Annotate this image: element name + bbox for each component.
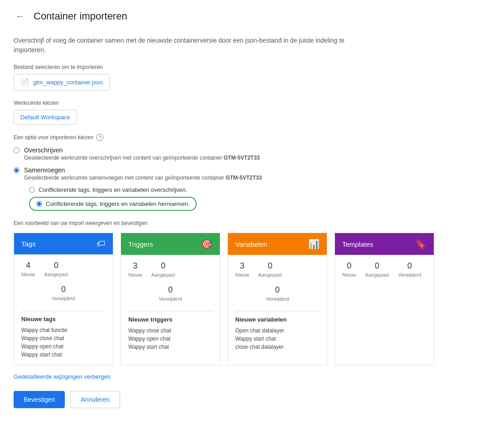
overschrijven-desc: Geselecteerde werkruimte overschrijven m… — [24, 155, 260, 161]
page-description: Overschrijf of voeg de container samen m… — [14, 36, 358, 55]
card-header-tags: Tags 🏷 — [14, 233, 113, 254]
workspace-select-button[interactable]: Default Workspace — [14, 110, 77, 125]
templates-stats-row: 0 Nieuw 0 Aangepast 0 Verwijderd — [342, 261, 426, 278]
card-body-triggers: 3 Nieuw 0 Aangepast 0 Verwijderd Nieuwe … — [121, 255, 220, 357]
templates-stat-new: 0 Nieuw — [342, 261, 356, 278]
back-button[interactable]: ← — [14, 9, 26, 23]
page-header: ← Container importeren — [14, 9, 490, 23]
card-body-templates: 0 Nieuw 0 Aangepast 0 Verwijderd — [335, 255, 434, 287]
radio-conflict-hernoemen[interactable] — [36, 201, 42, 207]
highlighted-option: Conflicterende tags, triggers en variabe… — [29, 197, 197, 211]
preview-label: Een voorbeeld van uw import weergeven en… — [14, 220, 490, 226]
option-samenvoegen: Samenvoegen Geselecteerde werkruimte sam… — [14, 166, 490, 181]
import-option-section: Een optie voor importeren kiezen ? Overs… — [14, 134, 490, 211]
variabelen-stats-row: 3 Nieuw 0 Aangepast — [235, 261, 320, 278]
help-icon[interactable]: ? — [96, 134, 103, 141]
details-link[interactable]: Gedetailleerde wijzigingen verbergen — [14, 373, 111, 380]
templates-stat-verwijderd: 0 Verwijderd — [398, 261, 421, 278]
list-item: Wappy open chat — [128, 335, 213, 343]
templates-icon: 🔖 — [415, 239, 426, 249]
card-variabelen: Variabelen 📊 3 Nieuw 0 Aangepast 0 Verwi… — [228, 233, 327, 366]
samenvoegen-desc: Geselecteerde werkruimte samenvoegen met… — [24, 175, 262, 181]
variabelen-stat-new: 3 Nieuw — [235, 261, 249, 278]
sub-option-overschrijven: Conflicterende tags, triggers en variabe… — [29, 186, 490, 193]
variabelen-stat-aangepast: 0 Aangepast — [258, 261, 282, 278]
tags-deleted-row: 0 Verwijderd — [21, 280, 106, 306]
card-title-tags: Tags — [21, 240, 36, 248]
list-item: Open chat datalayer — [235, 327, 320, 335]
triggers-list-title: Nieuwe triggers — [128, 316, 213, 323]
triggers-list: Wappy close chat Wappy open chat Wappy s… — [128, 327, 213, 351]
cancel-button[interactable]: Annuleren — [70, 391, 120, 408]
card-triggers: Triggers 🎯 3 Nieuw 0 Aangepast 0 Verwijd… — [121, 233, 220, 366]
file-select-button[interactable]: 📄 gtm_wappy_container.json — [14, 74, 110, 91]
import-option-label: Een optie voor importeren kiezen ? — [14, 134, 490, 141]
variabelen-list: Open chat datalayer Wappy start chat clo… — [235, 327, 320, 351]
triggers-stat-aangepast: 0 Aangepast — [151, 261, 175, 278]
tags-icon: 🏷 — [97, 239, 106, 249]
list-item: close chat datalayer — [235, 343, 320, 351]
templates-stat-aangepast: 0 Aangepast — [365, 261, 389, 278]
conflict-hernoemen-label: Conflicterende tags, triggers en variabe… — [46, 200, 189, 207]
radio-samenvoegen[interactable] — [14, 167, 19, 173]
list-item: Wappy open chat — [21, 342, 106, 351]
confirm-button[interactable]: Bevestigen — [14, 391, 65, 408]
file-name: gtm_wappy_container.json — [33, 79, 103, 86]
card-title-triggers: Triggers — [128, 240, 153, 248]
variabelen-deleted-row: 0 Verwijderd — [235, 281, 320, 307]
radio-overschrijven[interactable] — [14, 147, 19, 153]
triggers-stat-new: 3 Nieuw — [128, 261, 142, 278]
sub-options: Conflicterende tags, triggers en variabe… — [29, 186, 490, 211]
triggers-stats-row: 3 Nieuw 0 Aangepast — [128, 261, 213, 278]
radio-conflict-overschrijven[interactable] — [29, 187, 35, 193]
tags-list: Wappy chat functie Wappy close chat Wapp… — [21, 326, 106, 359]
list-item: Wappy start chat — [235, 335, 320, 343]
variabelen-stat-verwijderd: 0 Verwijderd — [266, 285, 289, 302]
triggers-icon: 🎯 — [201, 239, 213, 249]
variabelen-icon: 📊 — [308, 239, 320, 249]
tags-stat-verwijderd: 0 Verwijderd — [52, 285, 75, 302]
list-item: Wappy close chat — [128, 327, 213, 335]
list-item: Wappy chat functie — [21, 326, 106, 334]
file-section-label: Bestand selecteren om te importeren — [14, 64, 490, 70]
tags-stat-aangepast: 0 Aangepast — [44, 261, 68, 278]
list-item: Wappy close chat — [21, 334, 106, 342]
tags-list-title: Nieuwe tags — [21, 316, 106, 322]
samenvoegen-label: Samenvoegen — [24, 166, 262, 174]
file-icon: 📄 — [20, 78, 29, 87]
triggers-deleted-row: 0 Verwijderd — [128, 281, 213, 307]
card-header-templates: Templates 🔖 — [335, 233, 434, 255]
workspace-name: Default Workspace — [20, 114, 70, 121]
card-body-variabelen: 3 Nieuw 0 Aangepast 0 Verwijderd Nieuwe … — [228, 255, 327, 357]
overschrijven-label: Overschrijven — [24, 146, 260, 154]
cards-row: Tags 🏷 4 Nieuw 0 Aangepast 0 Verwijderd — [14, 233, 490, 366]
footer-buttons: Bevestigen Annuleren — [14, 391, 490, 408]
card-title-variabelen: Variabelen — [235, 240, 267, 248]
sub-option-hernoemen: Conflicterende tags, triggers en variabe… — [29, 197, 490, 211]
variabelen-list-title: Nieuwe variabelen — [235, 316, 320, 323]
page-title: Container importeren — [34, 10, 127, 22]
triggers-stat-verwijderd: 0 Verwijderd — [159, 285, 182, 302]
card-header-variabelen: Variabelen 📊 — [228, 233, 327, 255]
conflict-overschrijven-label: Conflicterende tags, triggers en variabe… — [39, 186, 187, 193]
tags-stats-row: 4 Nieuw 0 Aangepast — [21, 261, 106, 278]
tags-stat-new: 4 Nieuw — [21, 261, 35, 278]
list-item: Wappy start chat — [21, 351, 106, 359]
card-tags: Tags 🏷 4 Nieuw 0 Aangepast 0 Verwijderd — [14, 233, 113, 366]
card-body-tags: 4 Nieuw 0 Aangepast 0 Verwijderd Nieuwe … — [14, 254, 113, 365]
card-header-triggers: Triggers 🎯 — [121, 233, 220, 255]
card-templates: Templates 🔖 0 Nieuw 0 Aangepast 0 Verwij… — [334, 233, 434, 366]
option-overschrijven: Overschrijven Geselecteerde werkruimte o… — [14, 146, 490, 161]
list-item: Wappy start chat — [128, 343, 213, 351]
workspace-section: Werkruimte kiezen Default Workspace — [14, 100, 490, 134]
file-section: Bestand selecteren om te importeren 📄 gt… — [14, 64, 490, 100]
card-title-templates: Templates — [342, 240, 373, 248]
workspace-section-label: Werkruimte kiezen — [14, 100, 490, 106]
